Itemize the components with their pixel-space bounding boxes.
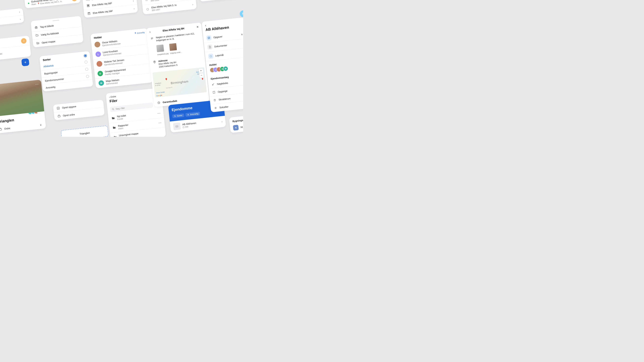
map-poi: m of Art [155,84,160,86]
filter-chip[interactable]: Ansvarlig [185,112,200,117]
sort-label: Ansvarlig [46,85,56,89]
owner-name: Nl… [240,125,243,129]
more-icon[interactable]: ⋯ [35,82,39,86]
sort-label: Ejendomsnummer [45,78,64,82]
key-icon [211,82,215,86]
close-icon[interactable]: ✕ [196,25,199,29]
svg-point-25 [154,61,155,62]
svg-rect-6 [57,107,60,109]
svg-rect-2 [35,27,38,28]
search-icon [112,108,114,110]
drag-handle[interactable] [52,20,59,21]
folder-icon [112,126,116,130]
image-thumbnail[interactable] [156,44,164,52]
count-badge: 2 [39,123,43,126]
floating-avatar[interactable]: R [240,10,243,17]
map-marker-icon [201,78,204,81]
image-thumbnail[interactable] [169,43,177,51]
chevron-icon: › [134,7,135,10]
svg-rect-30 [183,126,184,128]
sort-chip[interactable]: Sorter [172,113,184,118]
top-radio[interactable] [84,54,87,57]
folder-plus-icon [36,41,40,45]
svg-rect-16 [88,13,89,13]
image-label: indgang-unde… [170,51,182,54]
description-icon [150,36,154,40]
svg-line-1 [24,62,26,62]
back-label: Ordre [110,95,116,98]
svg-point-20 [146,0,148,1]
svg-rect-14 [88,5,89,6]
facility-label: Nøgleboks [217,82,228,85]
owners-section-title: Bygningse… [229,114,243,124]
team-title: Holdet [94,36,102,39]
add-button[interactable] [21,58,29,66]
radio-icon[interactable] [86,75,89,78]
more-icon[interactable]: ⋯ [157,111,161,115]
chevron-icon: › [133,0,134,2]
map-city: Birmingham [170,80,189,85]
map-poi: ience Center [156,91,165,94]
briefcase-icon [57,114,61,118]
back-icon[interactable]: ‹ [205,24,206,27]
task-item[interactable]: Visuel gennemgang… 📅 31. jun [199,0,243,2]
check-square-icon [56,106,60,110]
svg-rect-17 [89,13,90,13]
avatar: O [97,70,103,76]
unit-icon [145,0,149,2]
image-label: noegleboks.jpg [157,53,168,56]
orders-label: Ordre [4,127,10,130]
stairway-label: Else Alfelts Vej 56F [93,9,113,14]
sort-title: Sorter [42,58,51,62]
facility-label: Opgange [218,89,228,93]
avatar: L [95,51,101,57]
assignee-avatar: J [21,38,27,44]
chevron-icon: › [19,10,20,13]
warranty-label: Garantiudløb [162,99,177,104]
file-meta: Kunde [117,117,126,120]
detail-title: Else Alfelts Vej 8H [162,27,184,32]
svg-rect-12 [88,5,88,5]
stairway-label: Else Alfelts Vej 56F [92,2,112,6]
property-thumbnail [173,122,181,130]
svg-point-34 [210,55,212,57]
more-icon[interactable]: ⋯ [158,121,162,125]
avatar: M [98,80,104,86]
svg-rect-8 [0,129,2,130]
task-item[interactable]: Gulvvarme virker kun nogle gange Åben 📍 … [24,0,80,8]
tab-label: Lejemål [215,54,224,57]
trash-icon [213,98,217,102]
radio-icon[interactable] [84,60,88,64]
back-icon[interactable]: ‹ [150,30,151,34]
radio-icon[interactable] [85,67,88,71]
sun-icon [214,106,218,110]
svg-point-37 [215,107,216,108]
status-dot [28,2,29,4]
svg-rect-13 [88,6,88,6]
search-placeholder: Søg i filer [116,107,125,110]
svg-line-22 [151,38,153,38]
chevron-icon: › [192,3,193,6]
folder-icon [111,116,115,120]
add-property-placeholder[interactable]: Trianglen [61,125,108,137]
chevron-icon: › [221,120,222,123]
menu-label: Opret opgave [62,105,76,109]
svg-rect-29 [176,125,178,127]
map-poi: 1st Ave N [166,87,172,89]
zoom-in-button[interactable]: + [198,68,204,73]
lease-icon [208,53,214,59]
briefcase-icon [0,127,2,131]
document-icon [207,44,213,50]
folder-icon [113,135,117,137]
property-photo: ⋯ [0,80,44,116]
svg-point-18 [112,108,114,110]
location-icon [152,60,156,64]
chevron-icon: › [20,17,21,21]
map-marker-icon [165,78,168,81]
map[interactable]: Birmingham Sloss Furn Historic L mingham… [152,67,207,98]
map-poi: mingham [155,82,161,84]
camera-icon [34,25,38,29]
tab-label: Dokumenter [214,44,227,48]
facility-label: Skralderum [218,97,231,101]
zoom-out-button[interactable]: − [199,73,204,78]
